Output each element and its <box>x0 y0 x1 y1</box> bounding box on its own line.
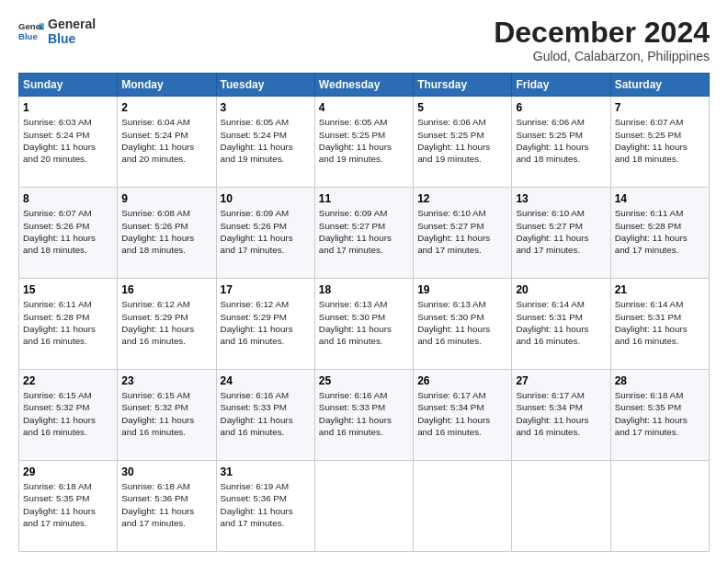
day-cell: 14Sunrise: 6:11 AM Sunset: 5:28 PM Dayli… <box>610 188 709 279</box>
day-cell: 17Sunrise: 6:12 AM Sunset: 5:29 PM Dayli… <box>216 279 314 370</box>
day-number: 30 <box>121 465 211 479</box>
day-cell: 19Sunrise: 6:13 AM Sunset: 5:30 PM Dayli… <box>414 279 512 370</box>
day-number: 12 <box>417 191 507 206</box>
day-info: Sunrise: 6:13 AM Sunset: 5:30 PM Dayligh… <box>417 298 507 347</box>
day-number: 11 <box>319 191 409 206</box>
day-info: Sunrise: 6:19 AM Sunset: 5:36 PM Dayligh… <box>221 480 311 529</box>
day-number: 3 <box>221 100 311 115</box>
day-info: Sunrise: 6:18 AM Sunset: 5:35 PM Dayligh… <box>23 480 113 529</box>
header: General Blue General Blue December 2024 … <box>18 17 710 63</box>
day-cell: 16Sunrise: 6:12 AM Sunset: 5:29 PM Dayli… <box>118 279 216 370</box>
day-number: 26 <box>417 373 507 388</box>
week-row-5: 29Sunrise: 6:18 AM Sunset: 5:35 PM Dayli… <box>19 461 710 552</box>
day-cell <box>610 461 709 552</box>
day-cell: 28Sunrise: 6:18 AM Sunset: 5:35 PM Dayli… <box>610 370 709 461</box>
day-info: Sunrise: 6:13 AM Sunset: 5:30 PM Dayligh… <box>319 298 409 347</box>
header-wednesday: Wednesday <box>314 74 413 97</box>
day-number: 1 <box>23 100 113 115</box>
day-cell: 24Sunrise: 6:16 AM Sunset: 5:33 PM Dayli… <box>216 370 314 461</box>
subtitle: Gulod, Calabarzon, Philippines <box>494 49 710 63</box>
day-info: Sunrise: 6:12 AM Sunset: 5:29 PM Dayligh… <box>221 298 311 347</box>
day-info: Sunrise: 6:09 AM Sunset: 5:27 PM Dayligh… <box>319 207 409 256</box>
header-saturday: Saturday <box>610 74 709 97</box>
day-number: 23 <box>121 373 211 388</box>
day-number: 6 <box>516 100 606 115</box>
day-number: 14 <box>615 191 705 206</box>
logo-line2: Blue <box>48 31 96 46</box>
day-number: 20 <box>516 282 606 297</box>
day-cell: 20Sunrise: 6:14 AM Sunset: 5:31 PM Dayli… <box>512 279 610 370</box>
day-info: Sunrise: 6:18 AM Sunset: 5:35 PM Dayligh… <box>615 389 705 438</box>
day-info: Sunrise: 6:17 AM Sunset: 5:34 PM Dayligh… <box>516 389 606 438</box>
day-info: Sunrise: 6:05 AM Sunset: 5:25 PM Dayligh… <box>319 116 409 165</box>
day-number: 19 <box>417 282 507 297</box>
day-number: 16 <box>121 282 211 297</box>
day-cell: 29Sunrise: 6:18 AM Sunset: 5:35 PM Dayli… <box>19 461 118 552</box>
day-cell: 3Sunrise: 6:05 AM Sunset: 5:24 PM Daylig… <box>216 97 314 188</box>
logo-icon: General Blue <box>18 18 44 44</box>
day-info: Sunrise: 6:15 AM Sunset: 5:32 PM Dayligh… <box>121 389 211 438</box>
day-cell: 23Sunrise: 6:15 AM Sunset: 5:32 PM Dayli… <box>118 370 216 461</box>
day-info: Sunrise: 6:14 AM Sunset: 5:31 PM Dayligh… <box>516 298 606 347</box>
main-title: December 2024 <box>494 17 710 49</box>
day-number: 21 <box>615 282 705 297</box>
day-cell <box>414 461 512 552</box>
day-info: Sunrise: 6:12 AM Sunset: 5:29 PM Dayligh… <box>121 298 211 347</box>
day-cell: 2Sunrise: 6:04 AM Sunset: 5:24 PM Daylig… <box>118 97 216 188</box>
day-number: 25 <box>319 373 409 388</box>
day-number: 13 <box>516 191 606 206</box>
day-number: 29 <box>23 465 113 479</box>
day-cell <box>314 461 413 552</box>
day-number: 4 <box>319 100 409 115</box>
day-cell: 11Sunrise: 6:09 AM Sunset: 5:27 PM Dayli… <box>314 188 413 279</box>
day-number: 2 <box>121 100 211 115</box>
week-row-1: 1Sunrise: 6:03 AM Sunset: 5:24 PM Daylig… <box>19 97 710 188</box>
logo-line1: General <box>48 17 96 31</box>
calendar-header-row: SundayMondayTuesdayWednesdayThursdayFrid… <box>19 74 710 97</box>
day-number: 5 <box>417 100 507 115</box>
day-number: 22 <box>23 373 113 388</box>
day-number: 28 <box>615 373 705 388</box>
day-info: Sunrise: 6:09 AM Sunset: 5:26 PM Dayligh… <box>221 207 311 256</box>
day-info: Sunrise: 6:16 AM Sunset: 5:33 PM Dayligh… <box>319 389 409 438</box>
day-number: 31 <box>221 465 311 479</box>
week-row-2: 8Sunrise: 6:07 AM Sunset: 5:26 PM Daylig… <box>19 188 710 279</box>
day-cell: 15Sunrise: 6:11 AM Sunset: 5:28 PM Dayli… <box>19 279 118 370</box>
day-cell: 26Sunrise: 6:17 AM Sunset: 5:34 PM Dayli… <box>414 370 512 461</box>
header-sunday: Sunday <box>19 74 118 97</box>
day-cell: 21Sunrise: 6:14 AM Sunset: 5:31 PM Dayli… <box>610 279 709 370</box>
header-monday: Monday <box>118 74 216 97</box>
day-info: Sunrise: 6:16 AM Sunset: 5:33 PM Dayligh… <box>221 389 311 438</box>
header-thursday: Thursday <box>414 74 512 97</box>
svg-text:Blue: Blue <box>18 31 38 41</box>
title-block: December 2024 Gulod, Calabarzon, Philipp… <box>494 17 710 63</box>
day-info: Sunrise: 6:18 AM Sunset: 5:36 PM Dayligh… <box>121 480 211 529</box>
day-cell: 7Sunrise: 6:07 AM Sunset: 5:25 PM Daylig… <box>610 97 709 188</box>
day-cell: 9Sunrise: 6:08 AM Sunset: 5:26 PM Daylig… <box>118 188 216 279</box>
day-info: Sunrise: 6:15 AM Sunset: 5:32 PM Dayligh… <box>23 389 113 438</box>
day-cell: 1Sunrise: 6:03 AM Sunset: 5:24 PM Daylig… <box>19 97 118 188</box>
day-info: Sunrise: 6:11 AM Sunset: 5:28 PM Dayligh… <box>23 298 113 347</box>
day-info: Sunrise: 6:11 AM Sunset: 5:28 PM Dayligh… <box>615 207 705 256</box>
day-number: 8 <box>23 191 113 206</box>
day-number: 9 <box>121 191 211 206</box>
day-cell: 8Sunrise: 6:07 AM Sunset: 5:26 PM Daylig… <box>19 188 118 279</box>
day-number: 15 <box>23 282 113 297</box>
day-number: 24 <box>221 373 311 388</box>
week-row-4: 22Sunrise: 6:15 AM Sunset: 5:32 PM Dayli… <box>19 370 710 461</box>
day-cell: 25Sunrise: 6:16 AM Sunset: 5:33 PM Dayli… <box>314 370 413 461</box>
day-cell: 27Sunrise: 6:17 AM Sunset: 5:34 PM Dayli… <box>512 370 610 461</box>
day-info: Sunrise: 6:06 AM Sunset: 5:25 PM Dayligh… <box>417 116 507 165</box>
day-info: Sunrise: 6:08 AM Sunset: 5:26 PM Dayligh… <box>121 207 211 256</box>
day-info: Sunrise: 6:10 AM Sunset: 5:27 PM Dayligh… <box>516 207 606 256</box>
day-cell: 18Sunrise: 6:13 AM Sunset: 5:30 PM Dayli… <box>314 279 413 370</box>
page: General Blue General Blue December 2024 … <box>0 0 728 563</box>
calendar-table: SundayMondayTuesdayWednesdayThursdayFrid… <box>18 73 710 552</box>
day-info: Sunrise: 6:04 AM Sunset: 5:24 PM Dayligh… <box>121 116 211 165</box>
day-cell: 12Sunrise: 6:10 AM Sunset: 5:27 PM Dayli… <box>414 188 512 279</box>
day-info: Sunrise: 6:07 AM Sunset: 5:25 PM Dayligh… <box>615 116 705 165</box>
day-info: Sunrise: 6:14 AM Sunset: 5:31 PM Dayligh… <box>615 298 705 347</box>
day-cell: 22Sunrise: 6:15 AM Sunset: 5:32 PM Dayli… <box>19 370 118 461</box>
day-number: 18 <box>319 282 409 297</box>
day-cell: 6Sunrise: 6:06 AM Sunset: 5:25 PM Daylig… <box>512 97 610 188</box>
